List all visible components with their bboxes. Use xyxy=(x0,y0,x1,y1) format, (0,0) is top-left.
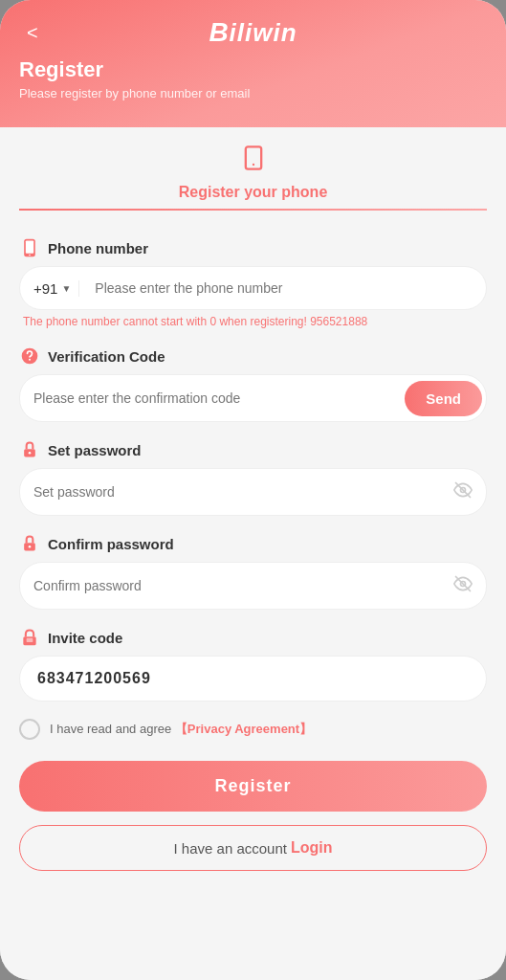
phone-field-icon xyxy=(19,237,40,258)
agreement-link[interactable]: 【Privacy Agreement】 xyxy=(175,722,312,736)
phone-number-section: Phone number +91 ▼ The phone number cann… xyxy=(19,237,487,871)
confirm-password-icon xyxy=(19,533,40,554)
phone-label-row: Phone number xyxy=(19,237,487,258)
invite-code-section: Invite code 683471200569 xyxy=(19,627,487,702)
agreement-row: I have read and agree 【Privacy Agreement… xyxy=(19,719,487,740)
chevron-down-icon: ▼ xyxy=(61,283,71,294)
invite-code-value[interactable]: 683471200569 xyxy=(19,656,487,702)
logo-text: iliwin xyxy=(230,18,297,47)
page-subtitle: Please register by phone number or email xyxy=(19,86,487,100)
set-password-section: Set password xyxy=(19,439,487,516)
phone-field-group: Phone number +91 ▼ The phone number cann… xyxy=(19,237,487,328)
tab-underline xyxy=(19,209,487,211)
set-password-input-row xyxy=(19,468,487,516)
country-code-value: +91 xyxy=(33,280,57,297)
send-button[interactable]: Send xyxy=(405,381,482,416)
svg-rect-0 xyxy=(245,146,260,168)
country-code-selector[interactable]: +91 ▼ xyxy=(33,280,79,297)
tab-label[interactable]: Register your phone xyxy=(179,184,328,201)
set-password-label-row: Set password xyxy=(19,439,487,460)
agreement-text: I have read and agree 【Privacy Agreement… xyxy=(50,721,312,738)
confirm-password-label: Confirm password xyxy=(48,536,174,552)
invite-code-label-row: Invite code xyxy=(19,627,487,648)
verification-input[interactable] xyxy=(33,379,405,417)
confirm-password-input[interactable] xyxy=(33,567,453,605)
login-link[interactable]: Login xyxy=(291,839,333,857)
register-button[interactable]: Register xyxy=(19,761,487,812)
login-text: I have an account xyxy=(174,840,287,857)
set-password-label: Set password xyxy=(48,442,142,458)
invite-code-icon xyxy=(19,627,40,648)
toggle-confirm-password-icon[interactable] xyxy=(453,574,473,598)
svg-rect-3 xyxy=(26,241,33,254)
login-row[interactable]: I have an account Login xyxy=(19,825,487,871)
verification-input-row: Send xyxy=(19,374,487,422)
verification-label-row: Verification Code xyxy=(19,345,487,367)
phone-input-row: +91 ▼ xyxy=(19,266,487,310)
agreement-read-text: I have read and agree xyxy=(50,722,171,736)
svg-point-12 xyxy=(29,546,32,548)
header-top: < Biliwin xyxy=(19,17,487,48)
header: < Biliwin Register Please register by ph… xyxy=(0,0,506,127)
page-title: Register xyxy=(19,57,487,82)
confirm-password-section: Confirm password xyxy=(19,533,487,610)
verification-code-section: Verification Code Send xyxy=(19,345,487,422)
invite-code-label: Invite code xyxy=(48,630,122,646)
app-frame: < Biliwin Register Please register by ph… xyxy=(0,0,506,980)
verification-field-icon xyxy=(19,345,40,367)
confirm-password-input-row xyxy=(19,562,487,610)
svg-rect-16 xyxy=(27,638,33,642)
svg-point-6 xyxy=(29,359,31,361)
set-password-input[interactable] xyxy=(33,473,453,511)
content-area: Register your phone Phone number xyxy=(0,127,506,980)
svg-point-4 xyxy=(29,255,31,256)
tab-section: Register your phone xyxy=(19,127,487,220)
phone-label: Phone number xyxy=(48,240,148,256)
agreement-checkbox[interactable] xyxy=(19,719,40,740)
confirm-password-label-row: Confirm password xyxy=(19,533,487,554)
phone-error-text: The phone number cannot start with 0 whe… xyxy=(23,315,487,328)
verification-label: Verification Code xyxy=(48,348,165,365)
back-button[interactable]: < xyxy=(19,18,46,48)
svg-point-8 xyxy=(29,452,32,455)
app-logo: Biliwin xyxy=(209,17,297,48)
phone-tab-icon xyxy=(240,145,267,178)
set-password-icon xyxy=(19,439,40,460)
toggle-password-icon[interactable] xyxy=(453,480,473,504)
phone-input[interactable] xyxy=(87,271,482,305)
